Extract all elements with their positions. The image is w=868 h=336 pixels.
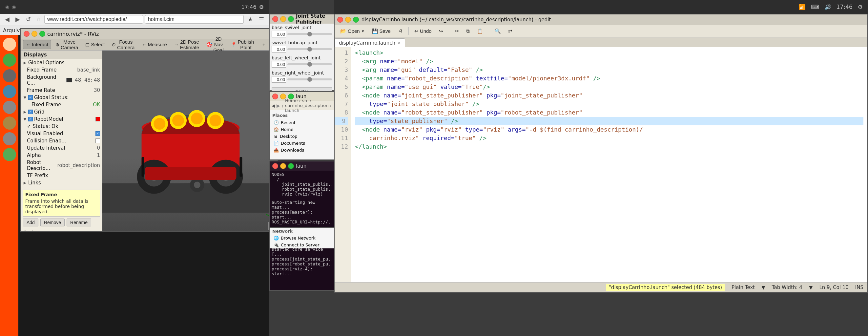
rviz-interact-btn[interactable]: ↔ Interact [23,40,51,49]
rviz-publish-point-btn[interactable]: 📍 Publish Point [228,40,257,49]
fm-documents[interactable]: 📄 Documents [270,140,334,147]
tree-collision-enabled[interactable]: Collision Enab... [21,137,102,144]
tree-links[interactable]: ▶ Links [21,179,102,186]
gedit-min-btn[interactable] [345,17,351,23]
subreddit-icon-2[interactable] [3,69,16,82]
jsp-min-btn[interactable] [280,16,286,22]
rviz-rename-btn[interactable]: Rename [67,218,91,226]
toggle-robot-model[interactable]: ▼ [23,117,27,121]
subreddit-icon-4[interactable] [3,101,16,114]
rviz-close-btn[interactable] [24,31,30,37]
gedit-save-btn[interactable]: 💾 Save [369,27,394,36]
tree-update-interval[interactable]: Update Interval 0 [21,144,102,152]
fm-close-btn[interactable] [272,93,278,99]
jsp-max-btn[interactable] [288,16,294,22]
tree-robot-model[interactable]: ▼ RobotModel [21,116,102,123]
grid-check[interactable] [28,110,33,114]
tree-fixed-frame-2[interactable]: Fixed Frame OK [21,101,102,108]
gedit-language[interactable]: Plain Text [732,284,755,291]
rviz-max-btn[interactable] [39,31,45,37]
fm-forward-btn[interactable]: ▶ [277,103,280,108]
gedit-open-btn[interactable]: 📂 Open ▼ [337,27,368,36]
sys-settings-left[interactable]: ⚙ [259,4,264,10]
tree-fixed-frame-1[interactable]: Fixed Frame base_link [21,66,102,73]
gedit-cut-btn[interactable]: ✂ [452,27,462,36]
tree-tf-prefix[interactable]: TF Prefix [21,172,102,179]
fm-browse-network[interactable]: 🌐 Browse Network [270,235,334,242]
tree-frame-rate[interactable]: Frame Rate 30 [21,87,102,94]
term-max-btn[interactable] [288,163,294,169]
toggle-links[interactable]: ▶ [23,181,27,185]
gedit-code-area[interactable]: <launch> <arg name="model" /> <arg name=… [351,47,867,282]
rviz-move-camera-btn[interactable]: ⊕ Move Camera [53,40,81,49]
gedit-replace-btn[interactable]: ⇄ [505,27,515,36]
gedit-print-btn[interactable]: 🖨 [395,27,406,36]
settings-icon[interactable]: ⚙ [858,4,863,10]
rviz-2d-nav-btn[interactable]: 🎯 2D Nav Goal [204,40,227,49]
rviz-remove-btn[interactable]: Remove [40,218,65,226]
bookmark-btn[interactable]: ★ [246,14,255,24]
global-status-check[interactable] [28,95,33,100]
fm-downloads[interactable]: 📥 Downloads [270,147,334,154]
rviz-focus-camera-btn[interactable]: ⊙ Focus Camera [109,40,137,49]
subreddit-icon-3[interactable] [3,85,16,98]
fm-up-btn[interactable]: ↑ [281,103,284,108]
menu-btn[interactable]: ☰ [257,14,266,24]
rviz-select-btn[interactable]: ▢ Select [82,40,107,49]
jsp-close-btn[interactable] [272,16,278,22]
gedit-tab-1[interactable]: displayCarrinho.launch ✕ [335,38,405,47]
back-btn[interactable]: ◀ [3,14,11,24]
toggle-global-status[interactable]: ▼ [23,95,27,99]
gedit-max-btn[interactable] [353,17,359,23]
tree-grid[interactable]: ▶ Grid [21,108,102,116]
tree-global-status[interactable]: ▼ Global Status: [21,94,102,101]
toggle-grid[interactable]: ▶ [23,110,27,114]
gedit-redo-btn[interactable]: ↪ [436,27,446,36]
forward-btn[interactable]: ▶ [13,14,22,24]
jsp-value-3[interactable] [272,61,286,68]
fm-back-btn[interactable]: ◀ [272,103,275,108]
jsp-slider-2[interactable] [287,48,332,50]
gedit-find-btn[interactable]: 🔍 [492,27,504,36]
fm-home[interactable]: 🏠 Home [270,126,334,133]
search-box[interactable] [145,15,244,24]
jsp-value-2[interactable] [272,46,286,53]
rviz-extra-btn[interactable]: + [259,40,268,49]
jsp-slider-1[interactable] [287,33,332,35]
tree-global-options[interactable]: ▶ Global Options [21,59,102,66]
home-btn[interactable]: ⌂ [35,14,42,24]
tree-alpha[interactable]: Alpha 1 [21,152,102,159]
visual-enabled-check[interactable] [95,131,100,136]
gedit-paste-btn[interactable]: 📋 [474,27,486,36]
rviz-min-btn[interactable] [31,31,37,37]
subreddit-icon-1[interactable] [3,54,16,67]
toggle-global-options[interactable]: ▶ [23,61,27,65]
subreddit-icon-7[interactable] [3,148,16,161]
url-bar[interactable] [44,15,143,24]
term-close-btn[interactable] [272,163,278,169]
jsp-slider-3[interactable] [287,63,332,65]
tree-robot-description[interactable]: Robot Descrip... robot_description [21,159,102,172]
rviz-2d-pose-btn[interactable]: → 2D Pose Estimate [171,40,202,49]
tree-status-ok[interactable]: ✓ Status: Ok [21,123,102,130]
term-min-btn[interactable] [280,163,286,169]
jsp-value-1[interactable] [272,31,286,37]
robot-model-check[interactable] [28,117,33,121]
refresh-btn[interactable]: ↺ [24,14,33,24]
gedit-copy-btn[interactable]: ⧉ [463,27,473,36]
gedit-tab-close[interactable]: ✕ [397,40,401,45]
fm-connect-server[interactable]: 🔌 Connect to Server [270,242,334,248]
jsp-slider-4[interactable] [287,79,332,81]
gedit-undo-btn[interactable]: ↩ Undo [411,27,435,36]
rviz-add-btn[interactable]: Add [23,218,38,226]
jsp-value-4[interactable] [272,76,286,83]
fm-recent[interactable]: 🕐 Recent [270,119,334,126]
rviz-measure-btn[interactable]: ↔ Measure [139,40,169,49]
subreddit-icon-6[interactable] [3,132,16,145]
tree-background-color[interactable]: Background C... 48; 48; 48 [21,73,102,87]
subreddit-icon-5[interactable] [3,117,16,130]
gedit-tab-width[interactable]: Tab Width: 4 [772,284,802,291]
fm-desktop[interactable]: 🖥 Desktop [270,133,334,140]
collision-enabled-check[interactable] [95,139,100,143]
gedit-close-btn[interactable] [337,17,343,23]
